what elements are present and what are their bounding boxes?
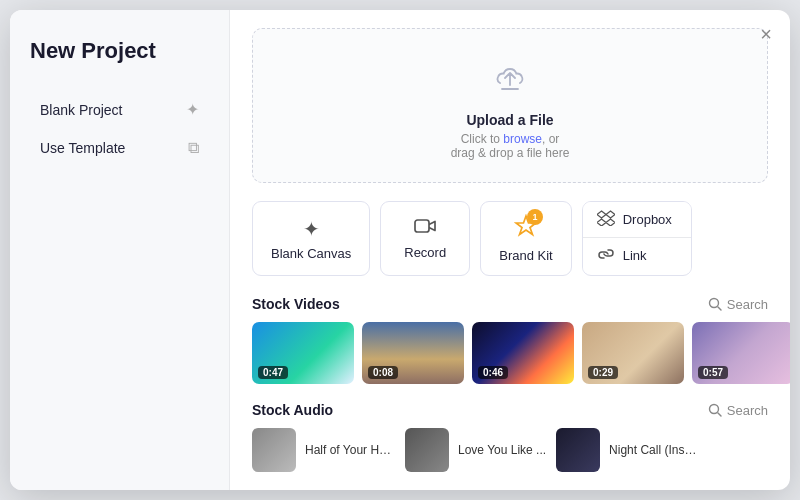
stock-audio-row: Half of Your He... Love You Like ... Nig… bbox=[252, 428, 768, 472]
video-thumb-1[interactable]: 0:47 bbox=[252, 322, 354, 384]
record-btn[interactable]: Record bbox=[380, 201, 470, 276]
audio-thumb-2 bbox=[405, 428, 449, 472]
sidebar-item-use-template-label: Use Template bbox=[40, 140, 125, 156]
upload-title: Upload a File bbox=[466, 112, 553, 128]
upload-subtitle: Click to browse, or drag & drop a file h… bbox=[451, 132, 570, 160]
audio-thumb-3 bbox=[556, 428, 600, 472]
svg-point-1 bbox=[709, 299, 718, 308]
dropbox-icon bbox=[597, 210, 615, 229]
video-thumb-3[interactable]: 0:46 bbox=[472, 322, 574, 384]
audio-thumb-1 bbox=[252, 428, 296, 472]
blank-canvas-btn[interactable]: ✦ Blank Canvas bbox=[252, 201, 370, 276]
template-icon: ⧉ bbox=[188, 139, 199, 157]
external-source-group: Dropbox Link bbox=[582, 201, 692, 276]
stock-audio-header: Stock Audio Search bbox=[252, 402, 768, 418]
stock-audio-title: Stock Audio bbox=[252, 402, 333, 418]
stock-audio-search[interactable]: Search bbox=[708, 403, 768, 418]
source-options: ✦ Blank Canvas Record 1 bbox=[252, 201, 768, 276]
brand-kit-btn[interactable]: 1 Brand Kit bbox=[480, 201, 571, 276]
upload-icon bbox=[492, 61, 528, 104]
svg-rect-0 bbox=[415, 220, 429, 232]
sidebar: New Project Blank Project ✦ Use Template… bbox=[10, 10, 230, 490]
main-content: × Upload a File Click to browse, or drag… bbox=[230, 10, 790, 490]
audio-item-3[interactable]: Night Call (Instr... bbox=[556, 428, 699, 472]
stock-videos-header: Stock Videos Search bbox=[252, 296, 768, 312]
sidebar-item-blank-project-label: Blank Project bbox=[40, 102, 122, 118]
record-icon bbox=[414, 217, 436, 240]
stock-videos-row: 0:47 0:08 0:46 0:29 0:57 bbox=[252, 322, 768, 384]
upload-area[interactable]: Upload a File Click to browse, or drag &… bbox=[252, 28, 768, 183]
video-thumb-2[interactable]: 0:08 bbox=[362, 322, 464, 384]
audio-title-3: Night Call (Instr... bbox=[609, 443, 699, 457]
modal-title: New Project bbox=[30, 38, 209, 64]
video-thumb-4[interactable]: 0:29 bbox=[582, 322, 684, 384]
audio-item-2[interactable]: Love You Like ... bbox=[405, 428, 546, 472]
dropbox-btn[interactable]: Dropbox bbox=[583, 202, 691, 237]
stock-videos-search[interactable]: Search bbox=[708, 297, 768, 312]
sidebar-item-blank-project[interactable]: Blank Project ✦ bbox=[30, 92, 209, 127]
sparkle-icon: ✦ bbox=[186, 100, 199, 119]
browse-link[interactable]: browse bbox=[503, 132, 542, 146]
brand-kit-badge: 1 bbox=[527, 209, 543, 225]
link-icon bbox=[597, 246, 615, 265]
link-btn[interactable]: Link bbox=[583, 238, 691, 273]
blank-canvas-icon: ✦ bbox=[303, 217, 320, 241]
close-button[interactable]: × bbox=[760, 24, 772, 44]
svg-point-2 bbox=[709, 405, 718, 414]
video-thumb-5[interactable]: 0:57 bbox=[692, 322, 790, 384]
audio-item-1[interactable]: Half of Your He... bbox=[252, 428, 395, 472]
audio-title-2: Love You Like ... bbox=[458, 443, 546, 457]
stock-videos-title: Stock Videos bbox=[252, 296, 340, 312]
new-project-modal: New Project Blank Project ✦ Use Template… bbox=[10, 10, 790, 490]
brand-kit-icon: 1 bbox=[514, 214, 538, 243]
sidebar-item-use-template[interactable]: Use Template ⧉ bbox=[30, 131, 209, 165]
audio-title-1: Half of Your He... bbox=[305, 443, 395, 457]
